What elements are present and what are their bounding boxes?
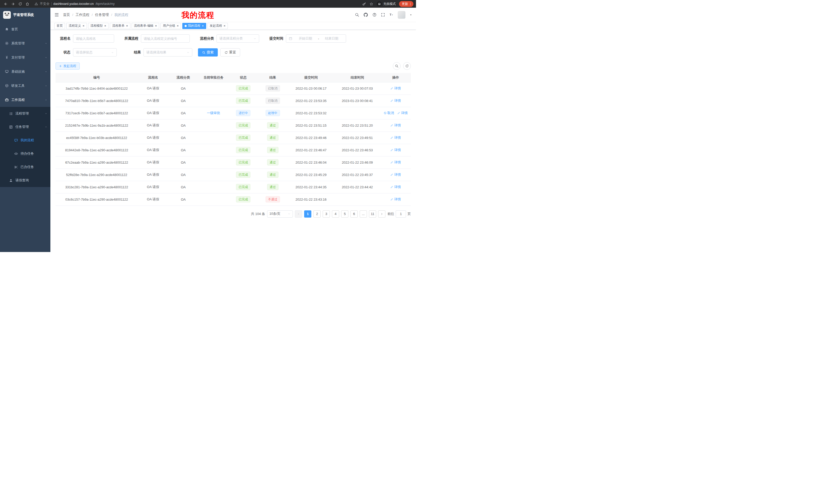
tab-close-icon[interactable]: × <box>224 24 226 27</box>
breadcrumb-item[interactable]: 我的流程 <box>114 12 128 17</box>
page-button-2[interactable]: 2 <box>313 211 321 218</box>
sidebar-item-my-process[interactable]: 我的流程 <box>0 134 50 147</box>
tab-close-icon[interactable]: × <box>177 24 179 27</box>
row-action-detail[interactable]: 详情 <box>390 135 401 140</box>
toggle-search-button[interactable] <box>393 62 400 70</box>
row-action-detail[interactable]: 详情 <box>390 99 401 103</box>
header-search-icon[interactable] <box>355 12 359 17</box>
result-select[interactable]: 请选择流结果 <box>144 48 192 57</box>
category-select[interactable]: 请选择流程分类 <box>216 34 259 43</box>
row-action-detail[interactable]: 详情 <box>390 123 401 128</box>
tab-home[interactable]: 首页 <box>54 23 65 29</box>
sidebar-item-payment-mgmt[interactable]: 支付管理 <box>0 50 50 64</box>
start-process-button[interactable]: 发起流程 <box>55 62 80 69</box>
github-icon[interactable] <box>363 12 368 17</box>
page-button-1[interactable]: 1 <box>304 211 311 218</box>
sidebar-item-dev-tools[interactable]: 研发工具 <box>0 79 50 93</box>
search-button-label: 搜索 <box>207 50 214 55</box>
sidebar-item-infrastructure[interactable]: 基础设施 <box>0 64 50 79</box>
row-action-detail[interactable]: 详情 <box>390 185 401 189</box>
tab-process-definition[interactable]: 流程定义× <box>66 23 87 29</box>
process-name-input[interactable] <box>76 37 111 40</box>
process-definition-input[interactable] <box>144 37 187 40</box>
result-tag: 通过 <box>267 184 279 190</box>
tab-label: 流程模型 <box>90 24 103 28</box>
browser-menu-icon[interactable] <box>409 2 412 6</box>
page-button-6[interactable]: 6 <box>350 211 358 218</box>
sidebar-item-task-mgmt[interactable]: 任务管理 <box>0 120 50 134</box>
reset-button[interactable]: 重置 <box>220 48 240 57</box>
sidebar-item-system-mgmt[interactable]: 系统管理 <box>0 36 50 50</box>
action-label: 详情 <box>394 123 401 128</box>
goto-page-input[interactable] <box>396 211 406 218</box>
tab-process-form-edit[interactable]: 流程表单-编辑× <box>132 23 159 29</box>
address-bar[interactable]: 不安全 dashboard.yudao.iocoder.cn/bpm/task/… <box>34 2 361 6</box>
breadcrumb-item[interactable]: 工作流程 <box>76 12 89 17</box>
browser-back-icon[interactable] <box>3 1 9 7</box>
incognito-label: 无痕模式 <box>383 2 396 6</box>
sidebar-item-home[interactable]: 首页 <box>0 22 50 36</box>
submit-time: 2022-01-22 23:51:15 <box>295 123 327 128</box>
update-button[interactable]: 更新 <box>399 1 413 7</box>
sidebar-item-todo-task[interactable]: 待办任务 <box>0 147 50 160</box>
cell-id: 7470a810-7b9b-11ec-b5b7-acde48001122 <box>55 94 138 107</box>
sidebar-item-leave-query[interactable]: 请假查询 <box>0 174 50 187</box>
sidebar-item-done-task[interactable]: 已办任务 <box>0 160 50 174</box>
row-action-detail[interactable]: 详情 <box>390 197 401 202</box>
page-button-4[interactable]: 4 <box>332 211 339 218</box>
tab-close-icon[interactable]: × <box>202 24 204 27</box>
cell-submit-time: 2022-01-22 23:44:35 <box>288 181 334 193</box>
prev-page-button[interactable] <box>295 211 302 218</box>
status-select[interactable]: 请选择状态 <box>73 48 117 57</box>
tab-user-group[interactable]: 用户分组× <box>160 23 181 29</box>
page-button-3[interactable]: 3 <box>323 211 330 218</box>
row-action-detail[interactable]: 详情 <box>390 160 401 165</box>
tab-close-icon[interactable]: × <box>155 24 157 27</box>
incognito-badge[interactable]: 无痕模式 <box>377 1 396 6</box>
password-key-icon[interactable] <box>362 2 366 6</box>
tab-process-model[interactable]: 流程模型× <box>88 23 109 29</box>
app-logo[interactable]: 芋道管理系统 <box>0 8 50 22</box>
tab-my-process[interactable]: 我的流程× <box>182 23 206 29</box>
tab-start-process[interactable]: 发起流程× <box>207 23 228 29</box>
row-action-detail[interactable]: 详情 <box>390 148 401 152</box>
avatar-caret-icon[interactable] <box>410 13 412 16</box>
browser-forward-icon[interactable] <box>10 1 16 7</box>
tab-close-icon[interactable]: × <box>82 24 85 27</box>
process-definition-label: 所属流程 <box>120 36 138 41</box>
submit-time-range-picker[interactable]: 开始日期 - 结束日期 <box>286 34 346 43</box>
filter-submit-time: 提交时间 开始日期 - 结束日期 <box>265 34 346 43</box>
status-tag: 已完成 <box>236 135 251 141</box>
tab-close-icon[interactable]: × <box>126 24 128 27</box>
page-size-select[interactable]: 10条/页 <box>267 211 293 218</box>
sidebar-item-label: 已办任务 <box>21 165 47 169</box>
row-action-detail[interactable]: 详情 <box>397 111 408 115</box>
next-page-button[interactable] <box>378 211 385 218</box>
refresh-table-button[interactable] <box>403 62 411 70</box>
sidebar-toggle-icon[interactable] <box>54 12 59 17</box>
browser-home-icon[interactable] <box>24 1 30 7</box>
sidebar-item-workflow[interactable]: 工作流程 <box>0 93 50 107</box>
row-action-cancel[interactable]: 取消 <box>384 111 394 115</box>
help-icon[interactable] <box>372 12 377 17</box>
breadcrumb-item[interactable]: 任务管理 <box>95 12 109 17</box>
user-avatar[interactable] <box>398 11 406 19</box>
fullscreen-icon[interactable] <box>381 12 385 17</box>
pagination-ellipsis[interactable]: ... <box>360 211 367 218</box>
font-size-icon[interactable]: TT <box>389 12 394 17</box>
sidebar-item-process-mgmt[interactable]: 流程管理 <box>0 107 50 120</box>
search-button[interactable]: 搜索 <box>198 48 218 57</box>
breadcrumb-item[interactable]: 首页 <box>63 12 70 17</box>
current-task-link[interactable]: 一级审批 <box>207 111 220 115</box>
active-tab-dot <box>185 25 187 27</box>
process-id: 67c2eaab-7b9a-11ec-a290-acde48001122 <box>65 161 128 164</box>
browser-reload-icon[interactable] <box>17 1 23 7</box>
bookmark-star-icon[interactable] <box>369 2 373 6</box>
tab-close-icon[interactable]: × <box>104 24 106 27</box>
page-button-11[interactable]: 11 <box>369 211 376 218</box>
tab-process-form[interactable]: 流程表单× <box>110 23 130 29</box>
cell-id: 3ad174fb-7b9d-11ec-8404-acde48001122 <box>55 82 138 94</box>
row-action-detail[interactable]: 详情 <box>390 86 401 91</box>
page-button-5[interactable]: 5 <box>341 211 348 218</box>
row-action-detail[interactable]: 详情 <box>390 172 401 177</box>
